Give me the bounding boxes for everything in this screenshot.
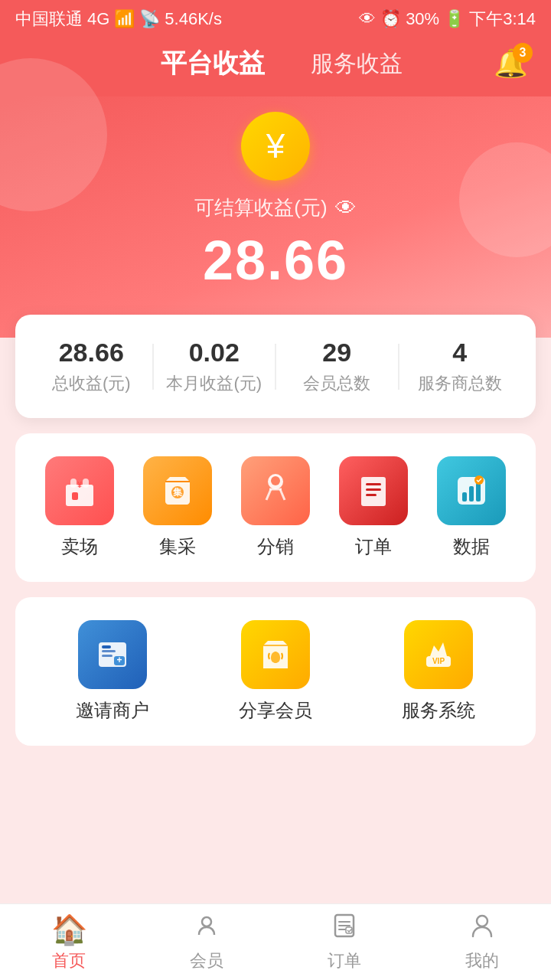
svg-text:集: 集: [172, 487, 183, 498]
share-icon: [256, 635, 295, 675]
svg-point-8: [271, 476, 280, 485]
svg-rect-9: [361, 477, 386, 506]
menu-item-invite[interactable]: + 邀请商户: [74, 620, 151, 723]
stat-merchant-count: 4 服务商总数: [399, 338, 521, 395]
menu-item-vip[interactable]: VIP 服务系统: [400, 620, 477, 723]
nav-order[interactable]: 订单: [276, 904, 413, 980]
earnings-label: 可结算收益(元) 👁: [194, 194, 356, 221]
home-label: 首页: [52, 949, 86, 972]
stat-merchant-count-value: 4: [452, 338, 467, 368]
menu-item-distribute[interactable]: 分销: [237, 456, 314, 559]
distribute-icon-wrap: [241, 456, 310, 525]
network-text: 4G: [87, 9, 109, 29]
nav-home[interactable]: 🏠 首页: [0, 904, 138, 980]
stat-member-count: 29 会员总数: [276, 338, 398, 395]
invite-icon: +: [93, 635, 132, 675]
main-menu-grid: ¥ 卖场 集 集采: [31, 456, 520, 559]
stat-merchant-count-label: 服务商总数: [418, 372, 502, 395]
profile-label: 我的: [465, 949, 499, 972]
menu-item-order[interactable]: 订单: [335, 456, 412, 559]
menu-item-share[interactable]: 分享会员: [237, 620, 314, 723]
profile-icon: [468, 912, 496, 946]
data-icon: [452, 471, 491, 511]
share-label: 分享会员: [239, 698, 312, 723]
invite-icon-wrap: +: [78, 620, 147, 689]
service-menu-grid: + 邀请商户 分享会员: [31, 620, 520, 723]
distribute-label: 分销: [257, 534, 294, 559]
svg-rect-11: [366, 488, 381, 491]
member-label: 会员: [190, 949, 223, 972]
collect-label: 集采: [159, 534, 196, 559]
distribute-icon: [256, 471, 295, 511]
stats-card: 28.66 总收益(元) 0.02 本月收益(元) 29 会员总数 4 服务商总…: [15, 315, 536, 418]
yuan-circle: ¥: [241, 112, 310, 181]
vip-label: 服务系统: [402, 698, 475, 723]
data-label: 数据: [453, 534, 490, 559]
svg-rect-21: [102, 655, 112, 657]
stat-total-earnings: 28.66 总收益(元): [31, 338, 152, 395]
stat-monthly-earnings-label: 本月收益(元): [166, 372, 262, 395]
shop-icon-wrap: ¥: [45, 456, 114, 525]
platform-earnings-title[interactable]: 平台收益: [161, 46, 265, 81]
stat-monthly-earnings-value: 0.02: [189, 338, 240, 368]
signal-icon: 📶: [114, 9, 135, 29]
svg-rect-3: [72, 492, 78, 500]
nav-member[interactable]: 会员: [138, 904, 276, 980]
svg-rect-30: [338, 929, 346, 930]
invite-label: 邀请商户: [76, 698, 149, 723]
home-icon: 🏠: [51, 913, 87, 946]
order-icon-wrap: [339, 456, 408, 525]
notification-bell[interactable]: 🔔 3: [494, 47, 528, 80]
svg-rect-15: [469, 486, 474, 501]
bottom-nav: 🏠 首页 会员 订单: [0, 903, 551, 980]
svg-rect-28: [338, 921, 350, 923]
menu-item-data[interactable]: 数据: [433, 456, 510, 559]
battery-text: 30%: [406, 9, 439, 29]
time-text: 下午3:14: [469, 8, 536, 31]
svg-text:VIP: VIP: [432, 657, 445, 665]
stat-total-earnings-label: 总收益(元): [52, 372, 131, 395]
collect-icon-wrap: 集: [143, 456, 212, 525]
hero-section: ¥ 可结算收益(元) 👁 28.66: [0, 96, 551, 338]
collect-icon: 集: [158, 471, 197, 511]
svg-point-26: [202, 917, 211, 926]
menu-item-collect[interactable]: 集 集采: [139, 456, 216, 559]
toggle-visibility-icon[interactable]: 👁: [335, 195, 357, 220]
service-earnings-title[interactable]: 服务收益: [311, 48, 403, 80]
shop-label: 卖场: [61, 534, 98, 559]
nav-profile[interactable]: 我的: [413, 904, 551, 980]
stat-member-count-value: 29: [322, 338, 351, 368]
stat-total-earnings-value: 28.66: [59, 338, 124, 368]
stat-monthly-earnings: 0.02 本月收益(元): [154, 338, 276, 395]
page-content: 28.66 总收益(元) 0.02 本月收益(元) 29 会员总数 4 服务商总…: [0, 315, 551, 845]
earnings-label-text: 可结算收益(元): [194, 194, 327, 221]
share-icon-wrap: [241, 620, 310, 689]
status-right: 👁 ⏰ 30% 🔋 下午3:14: [359, 8, 536, 31]
main-menu-section: ¥ 卖场 集 集采: [15, 433, 536, 582]
status-left: 中国联通 4G 📶 📡 5.46K/s: [15, 8, 222, 31]
svg-rect-20: [102, 650, 116, 652]
order-icon: [354, 471, 393, 511]
service-menu-section: + 邀请商户 分享会员: [15, 597, 536, 746]
svg-rect-16: [476, 483, 481, 501]
svg-rect-2: [83, 479, 89, 488]
svg-rect-1: [70, 479, 77, 488]
menu-item-shop[interactable]: ¥ 卖场: [41, 456, 118, 559]
vip-icon-wrap: VIP: [404, 620, 473, 689]
timer-icon: ⏰: [380, 9, 401, 29]
svg-point-32: [477, 916, 487, 926]
status-bar: 中国联通 4G 📶 📡 5.46K/s 👁 ⏰ 30% 🔋 下午3:14: [0, 0, 551, 38]
hero-decoration-2: [459, 142, 551, 257]
order-nav-label: 订单: [328, 949, 361, 972]
speed-text: 5.46K/s: [165, 9, 222, 29]
carrier-text: 中国联通: [15, 8, 83, 31]
svg-text:+: +: [116, 655, 122, 665]
earnings-amount: 28.66: [203, 229, 348, 292]
bell-badge: 3: [513, 43, 533, 63]
order-label: 订单: [355, 534, 392, 559]
shop-icon: ¥: [60, 471, 99, 511]
stat-member-count-label: 会员总数: [303, 372, 370, 395]
svg-rect-14: [462, 492, 467, 501]
svg-rect-12: [366, 494, 377, 496]
svg-text:¥: ¥: [77, 481, 82, 489]
